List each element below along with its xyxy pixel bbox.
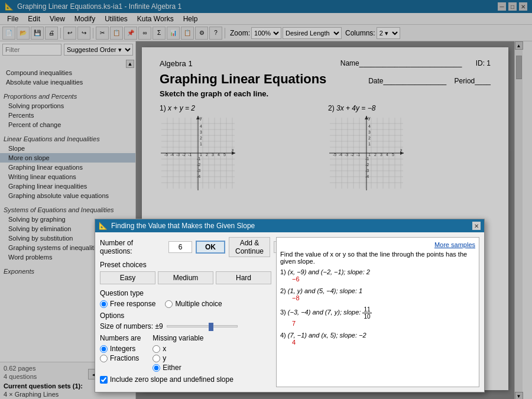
easy-button[interactable]: Easy [100, 271, 155, 284]
dialog-icon: 📐 [99, 222, 108, 230]
slider-row: Size of numbers: ±9 [100, 322, 271, 330]
radio-fractions-input[interactable] [100, 355, 108, 362]
s3-fraction: 11 10 [362, 306, 371, 320]
checkbox-row[interactable]: Include zero slope and undefined slope [100, 375, 271, 384]
radio-fractions[interactable]: Fractions [100, 354, 141, 362]
dialog-title-bar: 📐 Finding the Value that Makes the Given… [95, 219, 484, 232]
s3-num: 3) [280, 309, 286, 316]
slider-handle[interactable] [209, 323, 213, 331]
s3-frac-num: 11 [362, 306, 371, 313]
radio-multiple-input[interactable] [165, 300, 173, 308]
s2-answer: −8 [292, 294, 475, 301]
s2-problem: (1, y) and (5, −4); slope: 1 [288, 287, 362, 294]
zero-slope-checkbox[interactable] [100, 376, 108, 384]
num-questions-row: Number of questions: OK Add & Continue C… [100, 237, 271, 257]
sample-title: Find the value of x or y so that the lin… [280, 251, 475, 265]
s1-num: 1) [280, 268, 286, 275]
radio-integers-label: Integers [110, 345, 135, 353]
sample-2: 2) (1, y) and (5, −4); slope: 1 −8 [280, 287, 475, 301]
options-section: Options Size of numbers: ±9 Numbers are [100, 312, 271, 384]
s1-answer: −6 [292, 275, 475, 283]
dialog-overlay: 📐 Finding the Value that Makes the Given… [0, 0, 532, 399]
num-questions-label: Number of questions: [100, 239, 165, 255]
radio-y[interactable]: y [153, 354, 203, 362]
s2-num: 2) [280, 287, 286, 294]
radio-x-input[interactable] [153, 345, 160, 353]
radio-integers[interactable]: Integers [100, 345, 141, 353]
s3-problem: (−3, −4) and (7, y); slope: [288, 309, 363, 316]
numbers-are-section: Numbers are Integers Fractions Mis [100, 334, 271, 372]
radio-either-label: Either [163, 364, 181, 372]
radio-free-response[interactable]: Free response [100, 300, 155, 308]
radio-free-input[interactable] [100, 300, 108, 308]
sample-1: 1) (x, −9) and (−2, −1); slope: 2 −6 [280, 268, 475, 283]
numbers-col: Numbers are Integers Fractions [100, 334, 141, 372]
missing-var-col: Missing variable x y Eithe [153, 334, 203, 372]
missing-var-label: Missing variable [153, 334, 203, 342]
sample-1-text: 1) (x, −9) and (−2, −1); slope: 2 [280, 268, 475, 275]
radio-free-label: Free response [110, 300, 155, 308]
num-questions-input[interactable] [168, 241, 192, 253]
sample-4: 4) (7, −1) and (x, 5); slope: −2 4 [280, 332, 475, 346]
sample-4-text: 4) (7, −1) and (x, 5); slope: −2 [280, 332, 475, 339]
question-type-section: Question type Free response Multiple cho… [100, 289, 271, 308]
question-type-label: Question type [100, 289, 271, 297]
radio-x[interactable]: x [153, 345, 203, 353]
preset-section: Preset choices Easy Medium Hard [100, 261, 271, 284]
radio-y-label: y [163, 354, 166, 362]
more-samples-link[interactable]: More samples [280, 241, 475, 248]
radio-multiple-label: Multiple choice [175, 300, 222, 308]
s4-problem: (7, −1) and (x, 5); slope: −2 [288, 332, 366, 339]
radio-either-input[interactable] [153, 364, 160, 372]
checkbox-label: Include zero slope and undefined slope [110, 375, 233, 384]
dialog-title-text: Finding the Value that Makes the Given S… [111, 222, 255, 230]
s4-answer: 4 [292, 339, 475, 346]
radio-y-input[interactable] [153, 355, 160, 362]
hard-button[interactable]: Hard [216, 271, 271, 284]
preset-buttons: Easy Medium Hard [100, 271, 271, 284]
radio-integers-input[interactable] [100, 345, 108, 353]
s1-problem: (x, −9) and (−2, −1); slope: 2 [288, 268, 370, 275]
preset-label: Preset choices [100, 261, 271, 269]
medium-button[interactable]: Medium [158, 271, 213, 284]
question-type-radios: Free response Multiple choice [100, 300, 271, 308]
add-continue-button[interactable]: Add & Continue [229, 237, 270, 257]
size-slider[interactable] [167, 325, 238, 327]
radio-fractions-label: Fractions [110, 354, 139, 362]
dialog-body: Number of questions: OK Add & Continue C… [95, 232, 484, 392]
numbers-are-label: Numbers are [100, 334, 141, 342]
ok-button[interactable]: OK [196, 241, 225, 254]
sample-3-text: 3) (−3, −4) and (7, y); slope: 11 10 [280, 306, 475, 320]
s4-num: 4) [280, 332, 286, 339]
s3-frac-den: 10 [362, 313, 371, 320]
radio-either[interactable]: Either [153, 364, 203, 372]
size-label: Size of numbers: ±9 [100, 322, 163, 330]
dialog-right: More samples Find the value of x or y so… [276, 237, 479, 387]
dialog: 📐 Finding the Value that Makes the Given… [95, 219, 485, 392]
dialog-close-button[interactable]: ✕ [472, 222, 481, 230]
dialog-title-left: 📐 Finding the Value that Makes the Given… [99, 222, 255, 230]
sample-3: 3) (−3, −4) and (7, y); slope: 11 10 7 [280, 306, 475, 327]
radio-x-label: x [163, 345, 166, 353]
dialog-left: Number of questions: OK Add & Continue C… [100, 237, 271, 387]
options-label: Options [100, 312, 271, 320]
radio-multiple-choice[interactable]: Multiple choice [165, 300, 222, 308]
s3-answer: 7 [292, 320, 475, 327]
sample-2-text: 2) (1, y) and (5, −4); slope: 1 [280, 287, 475, 294]
